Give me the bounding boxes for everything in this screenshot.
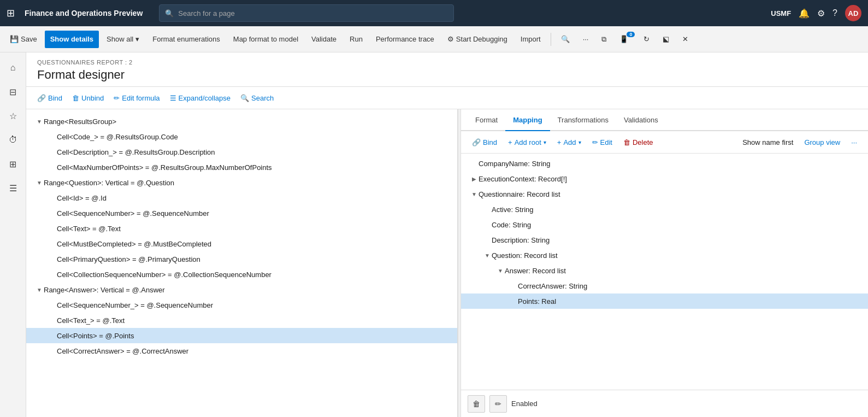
format-enumerations-button[interactable]: Format enumerations (147, 31, 226, 48)
right-tree-item[interactable]: ▼Questionnaire: Record list (461, 186, 868, 202)
notification-icon[interactable]: 🔔 (799, 8, 810, 19)
main-layout: ⌂ ⊟ ☆ ⏱ ⊞ ☰ QUESTIONNAIRES REPORT : 2 Fo… (0, 52, 868, 417)
refresh-button[interactable]: ↻ (638, 31, 655, 48)
edit-bottom-button[interactable]: ✏ (489, 395, 507, 413)
right-tree-item[interactable]: CorrectAnswer: String (461, 278, 868, 293)
tree-item[interactable]: ▼Range<ResultsGroup> (26, 114, 457, 129)
tree-item[interactable]: Cell<Code_> = @.ResultsGroup.Code (26, 129, 457, 144)
right-tree-item[interactable]: ▼Question: Record list (461, 248, 868, 263)
power-apps-button[interactable]: 📱0 (614, 31, 636, 48)
tree-label: Range<ResultsGroup> (44, 118, 453, 126)
show-name-first-button[interactable]: Show name first (738, 134, 798, 150)
save-icon: 💾 (10, 35, 19, 43)
main-toolbar: 💾 Save Show details Show all ▾ Format en… (0, 26, 868, 52)
right-tree-item[interactable]: Points: Real (461, 293, 868, 309)
tab-transformations[interactable]: Transformations (550, 109, 616, 131)
close-button[interactable]: ✕ (677, 31, 694, 48)
tree-item[interactable]: Cell<Id> = @.Id (26, 190, 457, 205)
app-grid-icon[interactable]: ⊞ (7, 7, 15, 19)
right-tree-item[interactable]: CompanyName: String (461, 156, 868, 171)
company-selector[interactable]: USMF (771, 9, 791, 17)
right-tree-label: Answer: Record list (505, 267, 566, 275)
right-tree-item[interactable]: Description: String (461, 232, 868, 248)
badge: 0 (627, 32, 635, 37)
tree-item[interactable]: ▼Range<Question>: Vertical = @.Question (26, 175, 457, 190)
tree-label: Cell<MustBeCompleted> = @.MustBeComplete… (57, 240, 453, 248)
sidebar-clock-icon[interactable]: ⏱ (2, 129, 24, 151)
right-bind-button[interactable]: 🔗 Bind (468, 134, 501, 150)
map-format-to-model-button[interactable]: Map format to model (228, 31, 304, 48)
global-search[interactable]: 🔍 Search for a page (159, 4, 454, 22)
edit-icon: ✏ (114, 94, 120, 102)
show-details-button[interactable]: Show details (45, 31, 99, 48)
delete-button[interactable]: 🗑 Delete (619, 134, 658, 150)
open-button[interactable]: ⬕ (657, 31, 675, 48)
tree-label: Range<Answer>: Vertical = @.Answer (44, 286, 453, 294)
sidebar-grid-icon[interactable]: ⊞ (2, 153, 24, 175)
avatar[interactable]: AD (845, 5, 861, 21)
right-tree-toggle[interactable]: ▼ (470, 191, 479, 197)
tree-item[interactable]: Cell<CorrectAnswer> = @.CorrectAnswer (26, 343, 457, 359)
breadcrumb: QUESTIONNAIRES REPORT : 2 (37, 59, 857, 66)
tree-item[interactable]: ▼Range<Answer>: Vertical = @.Answer (26, 282, 457, 297)
show-all-button[interactable]: Show all ▾ (101, 31, 145, 48)
delete-bottom-button[interactable]: 🗑 (468, 395, 485, 413)
unbind-button[interactable]: 🗑 Unbind (68, 90, 108, 105)
save-button[interactable]: 💾 Save (4, 31, 43, 48)
tree-item[interactable]: Cell<CollectionSequenceNumber> = @.Colle… (26, 267, 457, 282)
right-tree-label: Description: String (492, 236, 550, 244)
sidebar-list-icon[interactable]: ☰ (2, 177, 24, 199)
sidebar-star-icon[interactable]: ☆ (2, 105, 24, 127)
right-tree-toggle[interactable]: ▼ (483, 252, 492, 259)
edit-button[interactable]: ✏ Edit (588, 134, 617, 150)
tab-mapping[interactable]: Mapping (505, 109, 550, 131)
start-debugging-button[interactable]: ⚙ Start Debugging (442, 31, 513, 48)
right-tree-toggle[interactable]: ▼ (496, 268, 505, 274)
tree-item[interactable]: Cell<SequenceNumber> = @.SequenceNumber (26, 205, 457, 221)
right-tree-label: CompanyName: String (479, 160, 551, 168)
tree-item[interactable]: Cell<Description_> = @.ResultsGroup.Desc… (26, 144, 457, 160)
tree-item[interactable]: Cell<MaxNumberOfPoints> = @.ResultsGroup… (26, 160, 457, 175)
tab-validations[interactable]: Validations (616, 109, 666, 131)
right-more-button[interactable]: ··· (847, 134, 861, 150)
tree-toggle[interactable]: ▼ (35, 180, 44, 186)
right-tree-item[interactable]: ▼Answer: Record list (461, 263, 868, 278)
validate-button[interactable]: Validate (306, 31, 342, 48)
puzzle-button[interactable]: ⧉ (596, 31, 612, 48)
expand-collapse-button[interactable]: ☰ Expand/collapse (166, 90, 235, 105)
tree-item[interactable]: Cell<PrimaryQuestion> = @.PrimaryQuestio… (26, 251, 457, 267)
tree-item[interactable]: Cell<MustBeCompleted> = @.MustBeComplete… (26, 236, 457, 251)
tree-item[interactable]: Cell<Points> = @.Points (26, 328, 457, 343)
bind-button[interactable]: 🔗 Bind (33, 90, 67, 105)
tree-item[interactable]: Cell<Text_> = @.Text (26, 313, 457, 328)
right-tree-item[interactable]: ▶ExecutionContext: Record[!] (461, 171, 868, 186)
add-button[interactable]: + Add ▾ (553, 134, 586, 150)
sub-toolbar: 🔗 Bind 🗑 Unbind ✏ Edit formula ☰ Expand/… (26, 87, 868, 109)
run-button[interactable]: Run (344, 31, 368, 48)
right-tree-toggle[interactable]: ▶ (470, 176, 479, 182)
tree-item[interactable]: Cell<SequenceNumber_> = @.SequenceNumber (26, 297, 457, 313)
more-options-button[interactable]: ··· (577, 31, 594, 48)
search-toolbar-button[interactable]: 🔍 (556, 31, 575, 48)
search-sub-button[interactable]: 🔍 Search (236, 90, 278, 105)
group-view-button[interactable]: Group view (800, 134, 845, 150)
performance-trace-button[interactable]: Performance trace (370, 31, 440, 48)
sidebar-filter-icon[interactable]: ⊟ (2, 81, 24, 103)
page-header: QUESTIONNAIRES REPORT : 2 Format designe… (26, 52, 868, 87)
tree-item[interactable]: Cell<Text> = @.Text (26, 221, 457, 236)
tree-toggle[interactable]: ▼ (35, 119, 44, 125)
tree-toggle[interactable]: ▼ (35, 287, 44, 293)
chevron-down-icon: ▾ (135, 35, 139, 43)
help-icon[interactable]: ? (832, 8, 837, 18)
tree-label: Cell<SequenceNumber> = @.SequenceNumber (57, 209, 453, 218)
right-bottom-bar: 🗑 ✏ Enabled (461, 390, 868, 417)
right-tree-item[interactable]: Active: String (461, 202, 868, 217)
right-tree-item[interactable]: Code: String (461, 217, 868, 232)
import-button[interactable]: Import (515, 31, 546, 48)
sidebar-home-icon[interactable]: ⌂ (2, 57, 24, 79)
tab-format[interactable]: Format (468, 109, 505, 131)
settings-icon[interactable]: ⚙ (817, 8, 825, 19)
add-root-button[interactable]: + Add root ▾ (504, 134, 551, 150)
edit-formula-button[interactable]: ✏ Edit formula (109, 90, 164, 105)
tree-label: Cell<CorrectAnswer> = @.CorrectAnswer (57, 347, 453, 355)
